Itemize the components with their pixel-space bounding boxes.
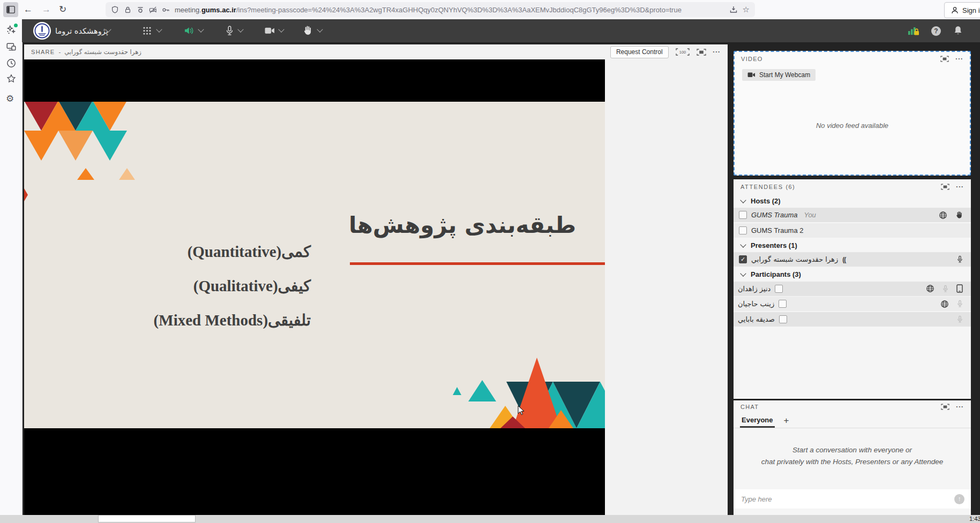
send-arrow-icon: ↑ bbox=[958, 495, 961, 503]
attendee-checkbox[interactable] bbox=[739, 211, 747, 219]
webcam-chevron-icon[interactable] bbox=[278, 26, 284, 32]
attendee-row-presenter[interactable]: ✓ زهرا حقدوست شبسته گورابي (( bbox=[734, 252, 971, 267]
attendee-row-participant-3[interactable]: صدیقه بابایي bbox=[734, 312, 971, 327]
raised-hand-icon bbox=[955, 211, 963, 219]
url-text: meeting.gums.ac.ir/ins?meeting-passcode=… bbox=[175, 6, 724, 14]
attendee-row-participant-1[interactable]: دنیز زاهدان bbox=[734, 282, 971, 296]
chat-input-bar: ↑ bbox=[734, 489, 971, 509]
slide-bullet-list: کمی(Quantitative) کیفی(Qualitative) تلفی… bbox=[154, 234, 311, 337]
svg-text:100: 100 bbox=[679, 50, 686, 55]
send-message-button[interactable]: ↑ bbox=[954, 494, 964, 504]
raise-hand-icon[interactable] bbox=[303, 25, 312, 36]
speaker-chevron-icon[interactable] bbox=[198, 26, 204, 32]
hand-chevron-icon[interactable] bbox=[317, 26, 323, 32]
share-pod-header: SHARE - زهرا حقدوست شبسته گورابي Request… bbox=[24, 44, 728, 59]
start-webcam-button[interactable]: Start My Webcam bbox=[742, 69, 816, 81]
pod-options-icon[interactable]: ••• bbox=[956, 57, 963, 61]
microphone-icon[interactable] bbox=[226, 26, 234, 36]
microphone-muted-icon bbox=[957, 300, 963, 308]
bookmarks-star-icon[interactable] bbox=[6, 73, 17, 84]
attendee-checkbox[interactable] bbox=[779, 315, 787, 323]
pod-options-icon[interactable]: ••• bbox=[956, 185, 964, 189]
chat-pod-label: CHAT bbox=[740, 404, 759, 410]
microphone-muted-icon bbox=[942, 285, 948, 293]
slide-bullet: کیفی(Qualitative) bbox=[154, 269, 311, 303]
gums-logo[interactable] bbox=[33, 22, 51, 40]
attendee-row-participant-2[interactable]: زینب حاجیان bbox=[734, 297, 971, 311]
share-content-area: طبقه‌بندی پژوهش‌ها کمی(Quantitative) کیف… bbox=[24, 59, 605, 515]
sign-in-label: Sign in bbox=[962, 6, 980, 14]
person-icon bbox=[951, 6, 959, 14]
forward-button[interactable]: → bbox=[42, 0, 51, 19]
microphone-muted-icon bbox=[957, 315, 963, 323]
apps-grid-icon[interactable] bbox=[143, 26, 152, 35]
microphone-on-icon bbox=[957, 255, 963, 263]
chat-empty-message: Start a conversation with everyone or ch… bbox=[734, 444, 971, 468]
chat-message-input[interactable] bbox=[740, 495, 954, 504]
you-suffix: You bbox=[804, 211, 816, 219]
blocked-camera-icon[interactable] bbox=[149, 6, 157, 14]
slide-left-accent bbox=[24, 188, 28, 201]
pod-options-icon[interactable]: ••• bbox=[956, 405, 964, 409]
zoom-level-indicator[interactable]: 100 bbox=[676, 48, 690, 56]
ai-chat-icon[interactable] bbox=[6, 25, 17, 35]
attendee-row-gums-trauma-2[interactable]: GUMS Trauma 2 bbox=[734, 223, 971, 238]
lock-icon[interactable] bbox=[124, 6, 132, 14]
pod-expand-icon[interactable] bbox=[941, 184, 949, 190]
notifications-bell-icon[interactable] bbox=[954, 26, 962, 35]
speaker-icon[interactable] bbox=[184, 27, 194, 35]
request-control-button[interactable]: Request Control bbox=[610, 46, 669, 58]
save-to-collection-icon[interactable] bbox=[729, 5, 738, 14]
sign-in-button[interactable]: Sign in bbox=[944, 2, 980, 18]
help-button[interactable]: ? bbox=[931, 26, 941, 36]
attendee-name: GUMS Trauma 2 bbox=[751, 226, 804, 234]
pod-options-icon[interactable]: ••• bbox=[713, 50, 721, 54]
webcam-icon[interactable] bbox=[265, 27, 275, 34]
history-clock-icon[interactable] bbox=[6, 58, 17, 69]
fullscreen-icon[interactable] bbox=[697, 49, 706, 56]
key-icon bbox=[162, 6, 170, 14]
hosts-section-header[interactable]: Hosts (2) bbox=[734, 194, 971, 208]
attendee-checkbox-checked[interactable]: ✓ bbox=[739, 255, 747, 263]
url-bar[interactable]: meeting.gums.ac.ir/ins?meeting-passcode=… bbox=[106, 2, 755, 17]
attendee-checkbox[interactable] bbox=[775, 285, 783, 293]
bottom-status-strip: 1:43 bbox=[0, 515, 980, 523]
share-pod: SHARE - زهرا حقدوست شبسته گورابي Request… bbox=[24, 44, 728, 515]
connect-toolbar: پژوهشکده تروما ? bbox=[22, 19, 980, 42]
share-pod-label: SHARE bbox=[31, 49, 55, 55]
attendees-pod: ATTENDEES (6) ••• Hosts (2) GUMS Trauma … bbox=[734, 179, 971, 399]
participants-section-header[interactable]: Participants (3) bbox=[734, 268, 971, 282]
pod-expand-icon[interactable] bbox=[941, 404, 949, 410]
permissions-icon[interactable] bbox=[137, 6, 144, 13]
tab-everyone[interactable]: Everyone bbox=[740, 416, 775, 428]
apps-chevron-icon[interactable] bbox=[156, 26, 162, 32]
connection-status-icon[interactable] bbox=[908, 26, 919, 35]
sidebar-toggle-button[interactable] bbox=[3, 2, 18, 17]
slide-bullet: تلفیقی(Mixed Methods) bbox=[154, 303, 311, 337]
ai-chat-status-dot bbox=[14, 24, 18, 27]
settings-gear-icon[interactable]: ⚙ bbox=[6, 94, 17, 104]
back-button[interactable]: ← bbox=[24, 0, 33, 19]
status-box bbox=[98, 515, 196, 522]
video-pod-label: VIDEO bbox=[741, 56, 763, 62]
room-title[interactable]: پژوهشکده تروما bbox=[55, 19, 108, 42]
collapse-chevron-icon bbox=[740, 197, 746, 203]
shield-icon[interactable] bbox=[111, 6, 119, 14]
attendee-checkbox[interactable] bbox=[779, 300, 787, 308]
video-pod[interactable]: VIDEO ••• Start My Webcam No video feed … bbox=[734, 51, 971, 176]
add-chat-tab-button[interactable]: + bbox=[784, 415, 789, 428]
presentation-slide: طبقه‌بندی پژوهش‌ها کمی(Quantitative) کیف… bbox=[24, 102, 605, 428]
reload-button[interactable]: ↻ bbox=[59, 0, 66, 19]
tab-center-icon[interactable] bbox=[6, 42, 17, 52]
sidebar-icon bbox=[6, 6, 15, 13]
pod-expand-icon[interactable] bbox=[940, 56, 949, 62]
attendee-checkbox[interactable] bbox=[739, 226, 747, 234]
slide-bullet: کمی(Quantitative) bbox=[154, 234, 311, 269]
start-webcam-label: Start My Webcam bbox=[759, 71, 810, 79]
attendee-row-gums-trauma[interactable]: GUMS Trauma You bbox=[734, 208, 971, 222]
slide-decoration-triangles-bottom bbox=[429, 352, 605, 428]
presenters-section-header[interactable]: Presenters (1) bbox=[734, 238, 971, 252]
question-mark-icon: ? bbox=[934, 27, 938, 35]
bookmark-star-icon[interactable]: ☆ bbox=[743, 5, 750, 14]
microphone-chevron-icon[interactable] bbox=[237, 26, 243, 32]
